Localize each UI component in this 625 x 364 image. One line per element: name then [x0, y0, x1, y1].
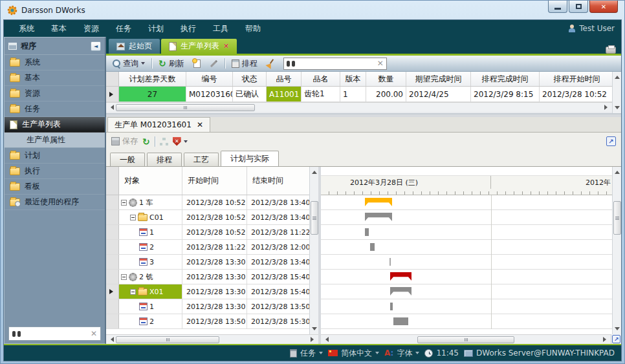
orders-col-header-9[interactable]: 排程开始时间: [540, 72, 615, 86]
plan-hscrollbar[interactable]: [106, 334, 318, 344]
plan-start-cell[interactable]: 2012/3/28 13:50: [182, 314, 247, 328]
plan-end-cell[interactable]: 2012/3/28 13:40: [247, 195, 309, 209]
plan-col-header-1[interactable]: 开始时间: [182, 167, 247, 195]
plan-tree-cell[interactable]: 2 铣: [119, 270, 182, 284]
new-button[interactable]: [191, 58, 203, 69]
plan-end-cell[interactable]: 2012/3/28 15:40: [247, 284, 309, 299]
menu-item-0[interactable]: 系统: [10, 21, 43, 37]
scroll-right-icon[interactable]: [309, 336, 318, 344]
plan-tree-cell[interactable]: 1 车: [119, 195, 182, 209]
plan-tree-cell[interactable]: 1: [119, 225, 182, 239]
save-button[interactable]: 保存: [111, 136, 138, 147]
orders-cell-8[interactable]: 2012/3/29 8:15: [471, 87, 540, 102]
refresh-button[interactable]: ↻ 刷新: [156, 57, 187, 70]
orders-hscroll-thumb[interactable]: [116, 104, 255, 111]
plan-vscroll-thumb[interactable]: [311, 201, 318, 235]
sidebar-search-input[interactable]: [24, 330, 87, 337]
structure-button[interactable]: [160, 138, 168, 145]
tab-order-list[interactable]: 生产单列表 ✕: [161, 39, 237, 54]
gantt-hscrollbar[interactable]: [321, 334, 611, 344]
orders-cell-1[interactable]: M012031601: [186, 87, 233, 102]
orders-data-row[interactable]: 27M012031601已确认A11001齿轮11200.002012/4/25…: [106, 87, 612, 102]
detail-refresh-button[interactable]: ↻: [142, 138, 150, 145]
gantt-row-4[interactable]: [321, 255, 612, 270]
gantt-bar-4[interactable]: [389, 258, 391, 266]
status-language[interactable]: 简体中文: [328, 348, 379, 359]
sidebar-item-1[interactable]: 基本: [5, 70, 105, 86]
clear-button[interactable]: [264, 58, 278, 69]
menu-item-2[interactable]: 资源: [75, 21, 107, 37]
scroll-right-icon[interactable]: [601, 336, 611, 344]
tab-home[interactable]: 起始页: [109, 39, 160, 54]
minimize-button[interactable]: [548, 1, 567, 13]
plan-vscrollbar[interactable]: [309, 167, 318, 334]
gantt-bar-2[interactable]: [365, 228, 369, 236]
query-button[interactable]: 查询: [110, 57, 148, 70]
sidebar-item-9[interactable]: 最近使用的程序: [5, 195, 105, 210]
sidebar-item-8[interactable]: 看板: [5, 179, 105, 195]
orders-cell-2[interactable]: 已确认: [233, 87, 267, 102]
subtab-1[interactable]: 排程: [147, 153, 182, 166]
subtab-0[interactable]: 一般: [110, 153, 145, 166]
plan-end-cell[interactable]: 2012/3/28 15:30: [247, 314, 309, 328]
expander-icon[interactable]: [130, 289, 136, 295]
plan-start-cell[interactable]: 2012/3/28 10:52: [182, 225, 247, 239]
plan-row-8[interactable]: 22012/3/28 13:502012/3/28 15:30: [106, 314, 309, 329]
orders-cell-3[interactable]: A11001: [267, 87, 302, 102]
gantt-popout-icon[interactable]: ↗: [612, 335, 620, 343]
plan-col-header-0[interactable]: 对象: [119, 167, 182, 195]
expander-icon[interactable]: [121, 274, 127, 280]
plan-tree-cell[interactable]: 2: [119, 314, 182, 328]
validate-dropdown-icon[interactable]: [184, 140, 188, 145]
gantt-bar-6[interactable]: [390, 287, 411, 295]
validate-button[interactable]: ✕: [173, 137, 188, 146]
edit-button[interactable]: [207, 61, 221, 66]
plan-row-3[interactable]: 22012/3/28 11:222012/3/28 12:00: [106, 240, 309, 255]
plan-tree-cell[interactable]: X01: [119, 284, 182, 299]
plan-start-cell[interactable]: 2012/3/28 13:30: [182, 270, 247, 284]
scroll-down-icon[interactable]: [612, 326, 622, 334]
plan-row-4[interactable]: 32012/3/28 13:302012/3/28 13:40: [106, 255, 309, 270]
sidebar-item-0[interactable]: 系统: [5, 55, 105, 70]
plan-tree-cell[interactable]: C01: [119, 210, 182, 224]
plan-row-2[interactable]: 12012/3/28 10:522012/3/28 11:22: [106, 225, 309, 240]
plan-start-cell[interactable]: 2012/3/28 11:22: [182, 240, 247, 254]
gantt-row-5[interactable]: [321, 270, 612, 284]
plan-start-cell[interactable]: 2012/3/28 13:30: [182, 255, 247, 269]
scroll-left-icon[interactable]: [106, 103, 116, 112]
orders-vscrollbar[interactable]: [612, 72, 621, 113]
gantt-bar-0[interactable]: [365, 198, 392, 206]
menu-item-5[interactable]: 执行: [172, 21, 204, 37]
gantt-vscroll-thumb[interactable]: [613, 201, 621, 235]
gantt-bar-1[interactable]: [365, 213, 392, 221]
plan-start-cell[interactable]: 2012/3/28 10:52: [182, 210, 247, 224]
expander-icon[interactable]: [130, 215, 136, 220]
gantt-row-6[interactable]: [321, 284, 612, 299]
orders-hscrollbar[interactable]: [106, 102, 612, 112]
sidebar-item-3[interactable]: 任务: [5, 102, 105, 117]
plan-end-cell[interactable]: 2012/3/28 13:40: [247, 210, 309, 224]
menu-item-6[interactable]: 工具: [204, 21, 237, 37]
plan-row-6[interactable]: X012012/3/28 13:302012/3/28 15:40: [106, 284, 309, 299]
plan-row-0[interactable]: 1 车2012/3/28 10:522012/3/28 13:40: [106, 195, 309, 210]
status-task[interactable]: 任务: [290, 348, 323, 359]
expander-icon[interactable]: [121, 200, 127, 206]
clear-list-search-icon[interactable]: ✕: [377, 59, 384, 68]
orders-cell-9[interactable]: 2012/3/28 10:52: [540, 87, 615, 102]
status-font[interactable]: A: 字体: [384, 348, 419, 359]
gantt-vscrollbar[interactable]: [612, 167, 621, 334]
gantt-row-3[interactable]: [321, 240, 612, 255]
plan-end-cell[interactable]: 2012/3/28 15:40: [247, 270, 309, 284]
popout-icon[interactable]: ↗: [606, 136, 616, 146]
orders-cell-4[interactable]: 齿轮1: [302, 87, 340, 102]
orders-col-header-7[interactable]: 期望完成时间: [406, 72, 471, 86]
detail-tab[interactable]: 生产单 M012031601 ✕: [107, 117, 210, 132]
gantt-bar-8[interactable]: [393, 317, 408, 325]
orders-cell-7[interactable]: 2012/4/25: [406, 87, 471, 102]
plan-start-cell[interactable]: 2012/3/28 13:30: [182, 299, 247, 314]
scroll-left-icon[interactable]: [106, 336, 116, 344]
plan-hscroll-thumb[interactable]: [116, 336, 219, 343]
sidebar-item-5[interactable]: 生产单属性: [5, 133, 105, 148]
orders-cell-6[interactable]: 200.00: [366, 87, 406, 102]
gantt-row-2[interactable]: [321, 225, 612, 240]
